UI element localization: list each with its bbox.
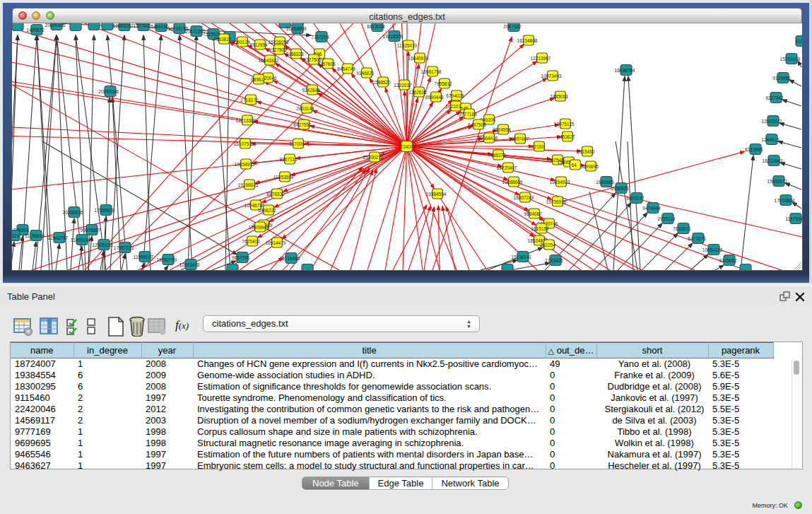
svg-text:12942757: 12942757 (48, 235, 69, 240)
svg-text:8454749: 8454749 (337, 66, 355, 71)
svg-text:11451194: 11451194 (71, 238, 90, 243)
svg-text:8215955: 8215955 (745, 147, 763, 152)
svg-text:317006: 317006 (289, 141, 305, 146)
svg-text:9699695: 9699695 (580, 164, 599, 169)
svg-text:2087682: 2087682 (503, 24, 522, 29)
svg-text:15751074: 15751074 (780, 57, 801, 62)
svg-text:9657791: 9657791 (232, 255, 250, 260)
svg-text:15136141: 15136141 (512, 255, 532, 259)
svg-text:11156819: 11156819 (25, 233, 45, 238)
svg-text:9242848: 9242848 (302, 88, 320, 93)
svg-text:25300275: 25300275 (363, 155, 384, 160)
svg-text:1527602: 1527602 (133, 23, 151, 28)
svg-text:10654112: 10654112 (702, 247, 723, 252)
svg-text:9327505: 9327505 (269, 47, 287, 52)
svg-text:8990448: 8990448 (425, 95, 444, 100)
svg-text:17957223: 17957223 (114, 245, 134, 250)
svg-text:17016504: 17016504 (775, 198, 795, 203)
svg-text:2935114: 2935114 (658, 216, 676, 221)
svg-text:5498222: 5498222 (258, 208, 276, 213)
svg-text:9463627: 9463627 (557, 134, 575, 139)
svg-text:8471676: 8471676 (688, 236, 706, 241)
svg-text:20053346: 20053346 (99, 89, 119, 94)
svg-text:10653267: 10653267 (113, 23, 134, 28)
svg-text:39119: 39119 (12, 233, 19, 238)
svg-text:19384554: 19384554 (426, 192, 447, 197)
svg-text:1733426: 1733426 (545, 258, 563, 263)
svg-text:15716485: 15716485 (280, 256, 300, 261)
svg-text:6497508: 6497508 (468, 122, 486, 127)
svg-text:9474444: 9474444 (642, 206, 661, 211)
svg-text:5938923: 5938923 (611, 186, 629, 191)
svg-text:64: 64 (571, 163, 577, 168)
svg-text:16961758: 16961758 (421, 69, 442, 74)
svg-text:18807249: 18807249 (514, 195, 534, 200)
svg-text:12093572: 12093572 (762, 119, 782, 124)
svg-text:3624554: 3624554 (493, 127, 511, 132)
svg-text:7955812: 7955812 (434, 81, 452, 86)
svg-text:20691406: 20691406 (45, 23, 66, 28)
svg-text:16782759: 16782759 (157, 257, 177, 262)
svg-text:8427552: 8427552 (293, 122, 312, 127)
svg-text:16914479: 16914479 (266, 240, 286, 245)
svg-text:1117: 1117 (795, 39, 802, 44)
svg-text:62160: 62160 (531, 144, 544, 149)
svg-text:1322037: 1322037 (394, 83, 412, 88)
svg-text:16107533: 16107533 (234, 141, 254, 146)
svg-text:1640985: 1640985 (596, 180, 614, 185)
svg-text:7625402: 7625402 (242, 239, 260, 244)
svg-text:9684067: 9684067 (524, 211, 542, 216)
svg-text:20364436: 20364436 (478, 136, 498, 141)
svg-text:9146821: 9146821 (356, 71, 375, 76)
svg-text:7663822: 7663822 (213, 37, 232, 42)
svg-text:15409948: 15409948 (249, 225, 269, 230)
svg-text:1167534: 1167534 (786, 216, 802, 221)
svg-text:9129966: 9129966 (772, 76, 791, 81)
svg-text:12213389: 12213389 (236, 118, 257, 123)
svg-text:9245652: 9245652 (719, 258, 737, 263)
svg-text:16543382: 16543382 (259, 58, 279, 63)
svg-text:8267110: 8267110 (280, 157, 298, 162)
svg-text:2367608: 2367608 (317, 62, 336, 66)
svg-text:99975867: 99975867 (81, 228, 101, 233)
svg-text:20206536: 20206536 (63, 210, 83, 215)
svg-text:7357224: 7357224 (311, 35, 329, 40)
svg-text:17359928: 17359928 (95, 208, 115, 213)
svg-text:19654923: 19654923 (550, 180, 570, 185)
svg-text:18724007: 18724007 (395, 144, 416, 149)
svg-text:8813054: 8813054 (367, 24, 385, 29)
svg-text:10046786: 10046786 (245, 203, 265, 208)
svg-text:1615152: 1615152 (531, 226, 549, 231)
svg-text:15692071: 15692071 (767, 179, 788, 184)
svg-text:252254: 252254 (540, 243, 555, 247)
svg-text:1588520: 1588520 (372, 80, 391, 85)
svg-text:1244413: 1244413 (761, 137, 779, 142)
svg-text:16648784: 16648784 (615, 68, 635, 73)
svg-text:15720407: 15720407 (497, 165, 517, 170)
svg-text:12505135: 12505135 (93, 243, 113, 247)
svg-text:8878332: 8878332 (266, 192, 285, 197)
svg-text:1405572: 1405572 (26, 28, 45, 33)
svg-text:11325419: 11325419 (397, 43, 418, 48)
svg-text:16053809: 16053809 (286, 26, 307, 31)
svg-text:15226058: 15226058 (269, 40, 289, 45)
svg-text:19166825: 19166825 (238, 182, 259, 187)
svg-text:11353594: 11353594 (273, 175, 294, 180)
svg-text:19756928: 19756928 (546, 199, 567, 204)
svg-text:9227342: 9227342 (765, 95, 784, 100)
svg-text:8186328: 8186328 (286, 52, 304, 57)
svg-text:12923448: 12923448 (180, 262, 200, 267)
svg-text:12975115: 12975115 (554, 122, 575, 127)
svg-text:1362615: 1362615 (408, 90, 427, 95)
svg-text:11958107: 11958107 (134, 255, 154, 259)
svg-text:6794028: 6794028 (446, 93, 464, 98)
svg-text:10807487: 10807487 (509, 136, 529, 141)
svg-text:19218506: 19218506 (383, 34, 404, 39)
svg-text:12213967: 12213967 (531, 56, 551, 61)
svg-text:7986372: 7986372 (488, 153, 506, 158)
svg-text:8660124: 8660124 (232, 40, 250, 45)
svg-text:16154808: 16154808 (517, 38, 538, 43)
svg-text:16640910: 16640910 (408, 56, 429, 61)
svg-text:7485063: 7485063 (550, 94, 568, 99)
svg-text:98961: 98961 (251, 77, 264, 82)
